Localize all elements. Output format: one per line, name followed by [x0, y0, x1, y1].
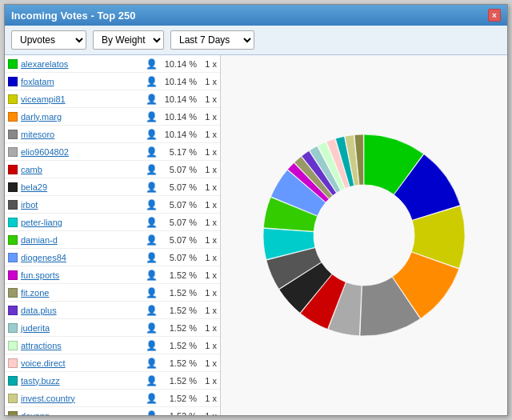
- color-indicator: [8, 165, 18, 174]
- user-icon: 👤: [146, 164, 158, 175]
- item-username[interactable]: juderita: [21, 323, 142, 333]
- main-window: Incoming Votes - Top 250 × Upvotes Downv…: [4, 4, 508, 416]
- item-username[interactable]: damian-d: [21, 235, 142, 245]
- user-icon: 👤: [146, 129, 158, 140]
- list-item: viceampi81 👤 10.14 % 1 x: [5, 90, 220, 108]
- item-percent: 1.52 %: [161, 306, 197, 315]
- user-icon: 👤: [146, 270, 158, 281]
- item-username[interactable]: foxlatam: [21, 77, 142, 86]
- color-indicator: [8, 59, 18, 69]
- item-percent: 10.14 %: [161, 77, 197, 86]
- list-item: juderita 👤 1.52 % 1 x: [5, 319, 220, 337]
- list-item: tasty.buzz 👤 1.52 % 1 x: [5, 372, 220, 390]
- user-icon: 👤: [146, 287, 158, 298]
- list-item: elio9604802 👤 5.17 % 1 x: [5, 143, 220, 161]
- list-item: alexarelatos 👤 10.14 % 1 x: [5, 55, 220, 73]
- item-username[interactable]: alexarelatos: [21, 59, 142, 69]
- list-item: data.plus 👤 1.52 % 1 x: [5, 302, 220, 319]
- item-username[interactable]: data.plus: [21, 306, 142, 315]
- user-icon: 👤: [146, 358, 158, 369]
- item-username[interactable]: viceampi81: [21, 94, 142, 104]
- item-percent: 5.07 %: [161, 235, 197, 245]
- item-count: 1 x: [197, 306, 217, 315]
- item-percent: 10.14 %: [161, 130, 197, 139]
- filter-type-select[interactable]: Upvotes Downvotes: [11, 30, 86, 50]
- content-area: alexarelatos 👤 10.14 % 1 x foxlatam 👤 10…: [5, 55, 507, 415]
- item-username[interactable]: tasty.buzz: [21, 376, 142, 386]
- color-indicator: [8, 94, 18, 104]
- item-percent: 1.52 %: [161, 394, 197, 403]
- item-count: 1 x: [197, 341, 217, 350]
- list-item: invest.country 👤 1.52 % 1 x: [5, 390, 220, 407]
- color-indicator: [8, 200, 18, 210]
- item-percent: 5.07 %: [161, 165, 197, 174]
- titlebar: Incoming Votes - Top 250 ×: [5, 5, 507, 26]
- color-indicator: [8, 376, 18, 386]
- color-indicator: [8, 358, 18, 368]
- color-indicator: [8, 235, 18, 245]
- item-percent: 5.17 %: [161, 147, 197, 157]
- color-indicator: [8, 130, 18, 139]
- list-item: fit.zone 👤 1.52 % 1 x: [5, 284, 220, 302]
- item-count: 1 x: [197, 59, 217, 69]
- list-item: diogenes84 👤 5.07 % 1 x: [5, 249, 220, 266]
- item-percent: 10.14 %: [161, 94, 197, 104]
- item-percent: 1.52 %: [161, 358, 197, 368]
- donut-chart: [252, 123, 476, 347]
- user-icon: 👤: [146, 322, 158, 334]
- item-username[interactable]: irbot: [21, 200, 142, 210]
- filter-weight-select[interactable]: By Weight By Count: [93, 30, 164, 50]
- item-count: 1 x: [197, 165, 217, 174]
- list-item: camb 👤 5.07 % 1 x: [5, 161, 220, 178]
- list-item: damian-d 👤 5.07 % 1 x: [5, 231, 220, 249]
- list-item: devann 👤 1.52 % 1 x: [5, 407, 220, 415]
- item-percent: 1.52 %: [161, 376, 197, 386]
- item-percent: 1.52 %: [161, 411, 197, 416]
- item-count: 1 x: [197, 147, 217, 157]
- close-button[interactable]: ×: [488, 9, 501, 22]
- item-username[interactable]: fun.sports: [21, 270, 142, 280]
- item-percent: 1.52 %: [161, 341, 197, 350]
- user-icon: 👤: [146, 217, 158, 228]
- item-username[interactable]: mitesoro: [21, 130, 142, 139]
- item-username[interactable]: attractions: [21, 341, 142, 350]
- item-username[interactable]: darly.marg: [21, 112, 142, 122]
- user-icon: 👤: [146, 410, 158, 416]
- item-percent: 10.14 %: [161, 59, 197, 69]
- item-username[interactable]: camb: [21, 165, 142, 174]
- filter-time-select[interactable]: Last 7 Days Last 30 Days All Time: [170, 30, 254, 50]
- list-item: foxlatam 👤 10.14 % 1 x: [5, 73, 220, 90]
- item-username[interactable]: voice.direct: [21, 358, 142, 368]
- color-indicator: [8, 411, 18, 416]
- item-count: 1 x: [197, 411, 217, 416]
- item-percent: 5.07 %: [161, 182, 197, 192]
- item-percent: 5.07 %: [161, 218, 197, 227]
- color-indicator: [8, 323, 18, 333]
- item-percent: 1.52 %: [161, 288, 197, 298]
- user-icon: 👤: [146, 199, 158, 210]
- item-username[interactable]: bela29: [21, 182, 142, 192]
- user-icon: 👤: [146, 375, 158, 386]
- list-item: attractions 👤 1.52 % 1 x: [5, 337, 220, 354]
- item-count: 1 x: [197, 235, 217, 245]
- list-item: darly.marg 👤 10.14 % 1 x: [5, 108, 220, 126]
- color-indicator: [8, 288, 18, 298]
- user-icon: 👤: [146, 111, 158, 122]
- item-username[interactable]: fit.zone: [21, 288, 142, 298]
- color-indicator: [8, 112, 18, 122]
- item-count: 1 x: [197, 218, 217, 227]
- user-icon: 👤: [146, 182, 158, 193]
- item-percent: 10.14 %: [161, 112, 197, 122]
- item-count: 1 x: [197, 112, 217, 122]
- toolbar: Upvotes Downvotes By Weight By Count Las…: [5, 26, 507, 55]
- list-item: irbot 👤 5.07 % 1 x: [5, 196, 220, 214]
- item-percent: 1.52 %: [161, 323, 197, 333]
- item-username[interactable]: devann: [21, 411, 142, 416]
- item-count: 1 x: [197, 130, 217, 139]
- item-count: 1 x: [197, 288, 217, 298]
- item-username[interactable]: peter-liang: [21, 218, 142, 227]
- item-count: 1 x: [197, 358, 217, 368]
- item-username[interactable]: invest.country: [21, 394, 142, 403]
- item-username[interactable]: elio9604802: [21, 147, 142, 157]
- item-username[interactable]: diogenes84: [21, 253, 142, 262]
